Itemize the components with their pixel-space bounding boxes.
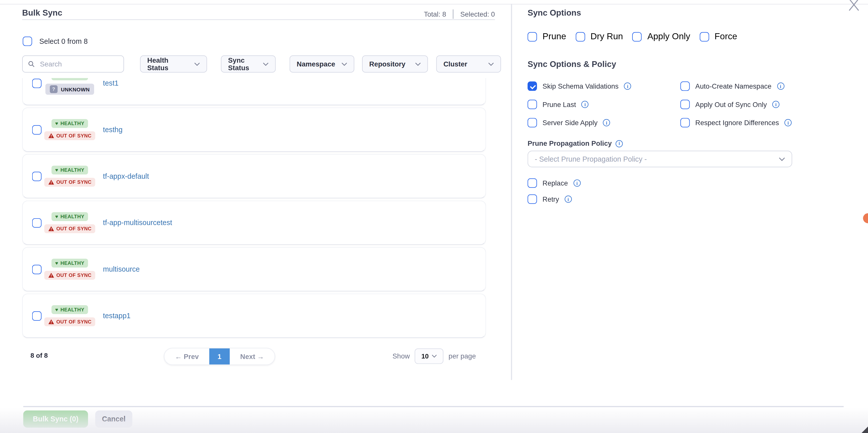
force-checkbox[interactable] <box>700 32 709 41</box>
info-icon[interactable] <box>565 196 572 203</box>
status-badges: HEALTHY OUT OF SYNC <box>43 108 96 151</box>
apply-out-of-sync-only-checkbox[interactable] <box>680 100 690 109</box>
option-label: Prune <box>542 31 566 41</box>
select-all-checkbox[interactable] <box>23 36 32 46</box>
chevron-down-icon <box>263 62 269 66</box>
prev-page-button[interactable]: Prev <box>164 352 209 360</box>
filter-label: Namespace <box>297 60 335 68</box>
search-input[interactable] <box>39 60 118 68</box>
heart-icon <box>55 214 58 219</box>
retry-checkbox[interactable] <box>528 194 537 204</box>
next-page-button[interactable]: Next <box>230 352 275 360</box>
sync-label: OUT OF SYNC <box>56 179 92 185</box>
option-replace[interactable]: Replace <box>528 178 581 187</box>
health-label: HEALTHY <box>60 121 84 126</box>
app-row-testapp1[interactable]: HEALTHY OUT OF SYNC testapp1 <box>22 293 486 338</box>
modal-top-border <box>0 4 868 4</box>
option-retry[interactable]: Retry <box>528 194 572 204</box>
app-row-tf-app-multisourcetest[interactable]: HEALTHY OUT OF SYNC tf-app-multisourcete… <box>22 201 486 245</box>
chevron-down-icon <box>415 62 421 66</box>
option-dry-run[interactable]: Dry Run <box>576 31 623 41</box>
app-row-multisource[interactable]: HEALTHY OUT OF SYNC multisource <box>22 247 486 291</box>
replace-checkbox[interactable] <box>528 178 537 187</box>
page-size-control: Show 10 per page <box>393 348 476 364</box>
row-checkbox[interactable] <box>32 125 41 135</box>
sync-status-badge: UNKNOWN <box>45 84 94 95</box>
filter-health-status[interactable]: Health Status <box>140 55 207 73</box>
respect-ignore-differences-checkbox[interactable] <box>680 118 690 127</box>
prune-checkbox[interactable] <box>528 32 537 41</box>
row-checkbox[interactable] <box>32 265 41 274</box>
option-skip-schema-validations[interactable]: Skip Schema Validations <box>528 81 631 91</box>
close-icon[interactable] <box>847 0 861 11</box>
notification-dot[interactable] <box>863 213 868 223</box>
info-icon[interactable] <box>616 140 623 147</box>
chevron-down-icon <box>342 62 347 66</box>
warning-icon <box>48 272 54 278</box>
sync-status-badge: OUT OF SYNC <box>44 224 95 233</box>
filter-repository[interactable]: Repository <box>362 55 428 73</box>
filter-cluster[interactable]: Cluster <box>436 55 501 73</box>
panel-divider <box>511 4 512 380</box>
application-list: HEALTHY UNKNOWN test1 HEALTHY OUT OF SYN… <box>22 78 486 339</box>
apply-only-checkbox[interactable] <box>632 32 642 41</box>
sync-label: UNKNOWN <box>61 86 90 92</box>
app-name-link[interactable]: testapp1 <box>103 312 131 320</box>
info-icon[interactable] <box>624 83 631 90</box>
info-icon[interactable] <box>582 101 589 108</box>
app-row-test1[interactable]: HEALTHY UNKNOWN test1 <box>22 78 486 105</box>
health-label: HEALTHY <box>60 214 84 219</box>
option-force[interactable]: Force <box>700 31 737 41</box>
option-label: Auto-Create Namespace <box>695 82 772 90</box>
filter-sync-status[interactable]: Sync Status <box>221 55 276 73</box>
filter-label: Sync Status <box>228 56 259 72</box>
app-name-link[interactable]: testhg <box>103 125 123 134</box>
option-apply-out-of-sync-only[interactable]: Apply Out of Sync Only <box>680 100 779 109</box>
warning-icon <box>48 179 54 185</box>
prune-propagation-policy-label-row: Prune Propagation Policy <box>528 140 623 147</box>
server-side-apply-checkbox[interactable] <box>528 118 537 127</box>
prune-propagation-policy-select[interactable]: - Select Prune Propagation Policy - <box>528 150 792 167</box>
app-name-link[interactable]: tf-appx-default <box>103 172 149 180</box>
bulk-sync-button[interactable]: Bulk Sync (0) <box>23 410 88 428</box>
app-name-link[interactable]: multisource <box>103 265 140 273</box>
warning-icon <box>48 133 54 139</box>
select-all-row: Select 0 from 8 <box>23 36 88 46</box>
page-size-select[interactable]: 10 <box>415 348 443 364</box>
row-checkbox[interactable] <box>32 311 41 321</box>
warning-icon <box>48 226 54 232</box>
row-checkbox[interactable] <box>32 79 41 88</box>
info-icon[interactable] <box>772 101 780 108</box>
health-status-badge: HEALTHY <box>51 119 88 128</box>
health-status-badge: HEALTHY <box>51 259 88 268</box>
page-1-button[interactable]: 1 <box>209 348 230 365</box>
option-prune[interactable]: Prune <box>528 31 566 41</box>
sync-status-badge: OUT OF SYNC <box>44 317 95 326</box>
app-row-tf-appx-default[interactable]: HEALTHY OUT OF SYNC tf-appx-default <box>22 154 486 198</box>
option-respect-ignore-differences[interactable]: Respect Ignore Differences <box>680 118 792 127</box>
sync-label: OUT OF SYNC <box>56 133 92 139</box>
option-server-side-apply[interactable]: Server Side Apply <box>528 118 610 127</box>
health-label: HEALTHY <box>60 260 84 266</box>
info-icon[interactable] <box>784 119 792 126</box>
prune-last-checkbox[interactable] <box>528 100 537 109</box>
row-checkbox[interactable] <box>32 218 41 228</box>
auto-create-namespace-checkbox[interactable] <box>680 81 690 91</box>
app-name-link[interactable]: test1 <box>103 79 119 87</box>
app-row-testhg[interactable]: HEALTHY OUT OF SYNC testhg <box>22 108 486 152</box>
filter-label: Repository <box>369 60 406 68</box>
row-checkbox[interactable] <box>32 172 41 181</box>
cancel-button[interactable]: Cancel <box>95 410 132 428</box>
dry-run-checkbox[interactable] <box>576 32 585 41</box>
option-auto-create-namespace[interactable]: Auto-Create Namespace <box>680 81 784 91</box>
info-icon[interactable] <box>603 119 610 126</box>
option-prune-last[interactable]: Prune Last <box>528 100 589 109</box>
filter-namespace[interactable]: Namespace <box>289 55 354 73</box>
option-apply-only[interactable]: Apply Only <box>632 31 690 41</box>
info-icon[interactable] <box>574 179 581 187</box>
option-label: Force <box>715 31 737 41</box>
skip-schema-validations-checkbox[interactable] <box>528 81 537 91</box>
app-name-link[interactable]: tf-app-multisourcetest <box>103 219 172 227</box>
info-icon[interactable] <box>777 83 784 90</box>
chevron-down-icon <box>488 62 494 66</box>
